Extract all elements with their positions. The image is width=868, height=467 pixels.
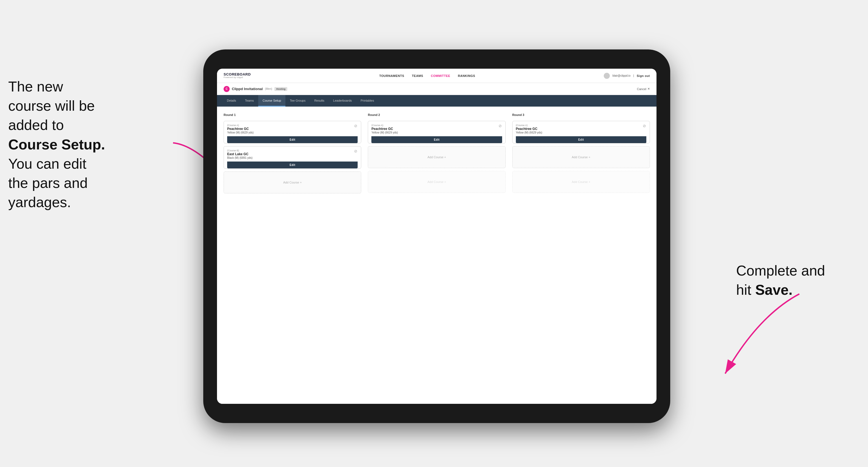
course-card-r2-a: ⊘ (Course A) Peachtree GC Yellow (M) (66… xyxy=(368,121,505,144)
tablet-screen: SCOREBOARD Powered by clippd TOURNAMENTS… xyxy=(217,69,656,404)
user-email: blair@clippd.io xyxy=(613,74,631,77)
nav-teams[interactable]: TEAMS xyxy=(412,74,423,77)
nav-links: TOURNAMENTS TEAMS COMMITTEE RANKINGS xyxy=(379,74,475,77)
tab-printables[interactable]: Printables xyxy=(356,95,378,106)
course-card-r1-b: ⊘ (Course B) East Lake GC Black (M) (689… xyxy=(224,146,361,169)
course-a-label-r1: (Course A) xyxy=(227,124,358,127)
round-2-title: Round 2 xyxy=(368,113,505,117)
tournament-logo: C xyxy=(224,86,229,92)
tab-leaderboards[interactable]: Leaderboards xyxy=(329,95,356,106)
add-course-r2[interactable]: Add Course + xyxy=(368,146,505,168)
add-course-r2-disabled-label: Add Course + xyxy=(427,180,446,184)
tab-tee-groups[interactable]: Tee Groups xyxy=(285,95,310,106)
tournament-title: Clippd Invitational xyxy=(232,87,263,91)
brand-name: SCOREBOARD xyxy=(224,72,251,76)
add-course-r3-disabled: Add Course + xyxy=(512,171,650,193)
delete-course-r1-b[interactable]: ⊘ xyxy=(353,149,358,154)
tab-details[interactable]: Details xyxy=(222,95,241,106)
round-3-title: Round 3 xyxy=(512,113,650,117)
course-b-tee-r1: Black (M) (6891 yds) xyxy=(227,156,358,159)
round-1-column: Round 1 ⊘ (Course A) Peachtree GC Yellow… xyxy=(224,113,361,193)
divider: | xyxy=(633,74,634,77)
course-card-r1-a: ⊘ (Course A) Peachtree GC Yellow (M) (66… xyxy=(224,121,361,144)
sub-header: C Clippd Invitational (Men) Hosting Canc… xyxy=(217,83,656,95)
round-2-column: Round 2 ⊘ (Course A) Peachtree GC Yellow… xyxy=(368,113,505,193)
nav-rankings[interactable]: RANKINGS xyxy=(458,74,475,77)
rounds-grid: Round 1 ⊘ (Course A) Peachtree GC Yellow… xyxy=(224,113,650,193)
main-content: Round 1 ⊘ (Course A) Peachtree GC Yellow… xyxy=(217,106,656,404)
edit-course-r2-a[interactable]: Edit xyxy=(371,136,502,143)
course-a-name-r2: Peachtree GC xyxy=(371,127,502,131)
tournament-gender: (Men) xyxy=(265,87,272,90)
tab-results[interactable]: Results xyxy=(310,95,329,106)
add-course-r3-disabled-label: Add Course + xyxy=(572,180,591,184)
course-a-name-r3: Peachtree GC xyxy=(516,127,646,131)
tab-course-setup[interactable]: Course Setup xyxy=(258,95,285,106)
edit-course-r1-a[interactable]: Edit xyxy=(227,136,358,143)
course-b-name-r1: East Lake GC xyxy=(227,152,358,156)
add-course-r3[interactable]: Add Course + xyxy=(512,146,650,168)
tab-teams[interactable]: Teams xyxy=(241,95,258,106)
course-a-tee-r2: Yellow (M) (6629 yds) xyxy=(371,131,502,134)
course-card-r3-a: ⊘ (Course A) Peachtree GC Yellow (M) (66… xyxy=(512,121,650,144)
tournament-name: C Clippd Invitational (Men) Hosting xyxy=(224,86,287,92)
course-a-tee-r3: Yellow (M) (6629 yds) xyxy=(516,131,646,134)
nav-brand: SCOREBOARD Powered by clippd xyxy=(224,72,251,79)
edit-course-r1-b[interactable]: Edit xyxy=(227,161,358,168)
course-a-tee-r1: Yellow (M) (6629 yds) xyxy=(227,131,358,134)
delete-course-r2-a[interactable]: ⊘ xyxy=(498,123,503,128)
add-course-r1-label: Add Course + xyxy=(283,181,302,184)
course-a-name-r1: Peachtree GC xyxy=(227,127,358,131)
sign-out-link[interactable]: Sign out xyxy=(637,74,650,77)
nav-tournaments[interactable]: TOURNAMENTS xyxy=(379,74,404,77)
top-nav: SCOREBOARD Powered by clippd TOURNAMENTS… xyxy=(217,69,656,83)
delete-course-r3-a[interactable]: ⊘ xyxy=(642,123,647,128)
add-course-r2-disabled: Add Course + xyxy=(368,171,505,193)
add-course-r1[interactable]: Add Course + xyxy=(224,172,361,193)
nav-committee[interactable]: COMMITTEE xyxy=(431,74,451,77)
tab-bar: Details Teams Course Setup Tee Groups Re… xyxy=(217,95,656,106)
delete-course-r1-a[interactable]: ⊘ xyxy=(353,123,358,128)
add-course-r2-label: Add Course + xyxy=(427,155,446,159)
annotation-left: The new course will be added to Course S… xyxy=(8,77,167,212)
course-a-label-r3: (Course A) xyxy=(516,124,646,127)
nav-user: blair@clippd.io | Sign out xyxy=(604,73,650,79)
brand-sub: Powered by clippd xyxy=(224,76,251,79)
round-3-column: Round 3 ⊘ (Course A) Peachtree GC Yellow… xyxy=(512,113,650,193)
add-course-r3-label: Add Course + xyxy=(572,155,591,159)
course-b-label-r1: (Course B) xyxy=(227,149,358,152)
arrow-right xyxy=(703,288,813,384)
avatar xyxy=(604,73,610,79)
tablet-frame: SCOREBOARD Powered by clippd TOURNAMENTS… xyxy=(203,50,670,423)
round-1-title: Round 1 xyxy=(224,113,361,117)
cancel-button[interactable]: Cancel ✕ xyxy=(637,87,650,91)
edit-course-r3-a[interactable]: Edit xyxy=(516,136,646,143)
hosting-badge: Hosting xyxy=(274,87,288,91)
course-a-label-r2: (Course A) xyxy=(371,124,502,127)
